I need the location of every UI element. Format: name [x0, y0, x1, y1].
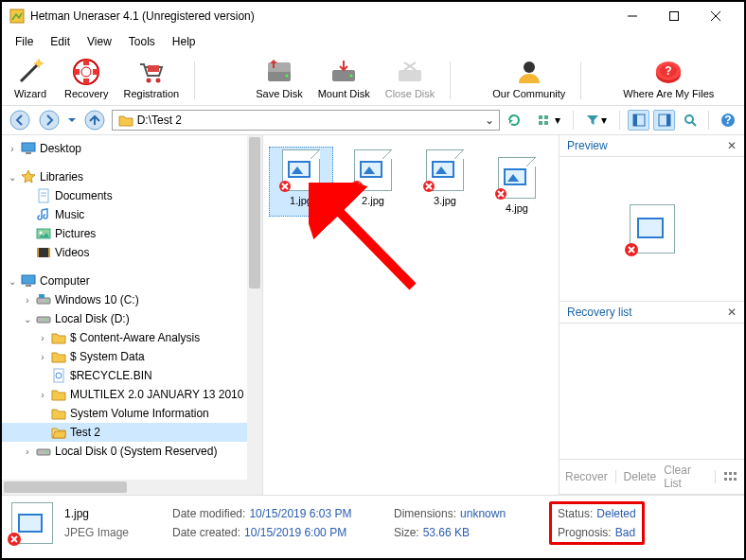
recovery-title: Recovery list [567, 306, 632, 319]
help-button-icon: ? [653, 57, 684, 87]
dimensions-label: Dimensions: [394, 507, 456, 520]
tree-music[interactable]: Music [2, 205, 248, 224]
svg-line-5 [21, 64, 38, 81]
svg-point-54 [46, 300, 48, 302]
svg-rect-49 [48, 248, 50, 257]
address-dropdown[interactable]: ⌄ [482, 114, 497, 127]
minimize-button[interactable] [612, 2, 653, 30]
file-item[interactable]: 4.jpg [485, 154, 549, 217]
recovery-close-icon[interactable]: ✕ [727, 306, 737, 319]
menu-view[interactable]: View [80, 32, 119, 51]
folder-open-icon [51, 425, 66, 440]
tree-hscrollbar[interactable] [2, 480, 247, 495]
svg-point-20 [524, 61, 535, 73]
delete-action[interactable]: Delete [624, 470, 657, 483]
menu-tools[interactable]: Tools [121, 32, 163, 51]
address-bar[interactable]: ⌄ [112, 110, 500, 131]
panel-preview-button[interactable] [653, 110, 675, 131]
menubar: File Edit View Tools Help [2, 30, 744, 53]
savedisk-button[interactable]: Save Disk [252, 57, 307, 99]
svg-rect-40 [22, 143, 35, 151]
community-button[interactable]: Our Community [488, 57, 569, 99]
recover-action[interactable]: Recover [565, 470, 608, 483]
close-button[interactable] [695, 2, 737, 30]
svg-rect-48 [37, 248, 39, 257]
mountdisk-button[interactable]: Mount Disk [314, 57, 374, 99]
panel-tree-button[interactable] [628, 110, 649, 131]
modified-value: 10/15/2019 6:03 PM [249, 507, 351, 520]
community-icon [514, 57, 544, 87]
lifebuoy-icon [71, 57, 101, 87]
tree-computer[interactable]: ⌄Computer [2, 271, 248, 290]
forward-button[interactable] [37, 109, 62, 131]
status-value: Deleted [596, 507, 635, 520]
menu-help[interactable]: Help [165, 32, 204, 51]
file-item[interactable]: 3.jpg [413, 147, 477, 217]
tree-desktop[interactable]: ›Desktop [2, 139, 248, 158]
tree-local0[interactable]: ›Local Disk 0 (System Reserved) [2, 442, 248, 461]
back-button[interactable] [8, 109, 33, 131]
recovery-button[interactable]: Recovery [61, 57, 112, 99]
created-value: 10/15/2019 6:00 PM [244, 526, 346, 539]
toolbar: Wizard Recovery Registration Save Disk M… [2, 53, 744, 106]
refresh-button[interactable] [504, 110, 525, 131]
tree-vscrollbar[interactable] [247, 135, 262, 495]
history-dropdown[interactable] [66, 109, 79, 131]
preview-close-icon[interactable]: ✕ [727, 139, 737, 152]
tree-locald[interactable]: ⌄Local Disk (D:) [2, 309, 248, 328]
tree-test2[interactable]: Test 2 [2, 423, 248, 442]
svg-rect-33 [633, 114, 637, 126]
wand-icon [15, 57, 45, 87]
wizard-label: Wizard [14, 88, 46, 99]
menu-file[interactable]: File [8, 32, 41, 51]
where-button[interactable]: ? Where Are My Files [619, 57, 718, 99]
up-button[interactable] [82, 109, 108, 131]
tree-pictures[interactable]: Pictures [2, 224, 248, 243]
filter-button[interactable]: ▾ [581, 110, 612, 131]
recycle-icon [51, 368, 66, 383]
svg-point-16 [350, 75, 353, 78]
menu-edit[interactable]: Edit [43, 32, 78, 51]
tree-sysdata[interactable]: ›$ System Data [2, 347, 248, 366]
desktop-icon [21, 141, 36, 156]
file-list: 1.jpg 2.jpg 3.jpg 4.jpg [263, 135, 560, 495]
right-panels: Preview✕ Recovery list✕ Recover Delete C… [560, 135, 744, 495]
search-button[interactable] [679, 110, 701, 131]
tree-documents[interactable]: Documents [2, 186, 248, 205]
file-item[interactable]: 2.jpg [341, 147, 405, 217]
tree-recycle[interactable]: $RECYCLE.BIN [2, 366, 248, 385]
address-input[interactable] [137, 114, 482, 127]
maximize-button[interactable] [653, 2, 695, 30]
image-file-icon [498, 157, 536, 199]
tree-caa[interactable]: ›$ Content-Aware Analysis [2, 328, 248, 347]
svg-rect-28 [539, 115, 542, 119]
svg-point-25 [10, 111, 29, 130]
navbar: ⌄ ▾ ▾ ? [2, 106, 744, 135]
svg-rect-11 [148, 65, 159, 72]
clearlist-action[interactable]: Clear List [664, 464, 707, 490]
prognosis-label: Prognosis: [558, 526, 612, 539]
where-label: Where Are My Files [623, 88, 714, 99]
tree-win10[interactable]: ›Windows 10 (C:) [2, 290, 248, 309]
size-label: Size: [394, 526, 419, 539]
toolbar-separator [194, 61, 195, 99]
wizard-button[interactable]: Wizard [8, 57, 53, 99]
file-name: 2.jpg [362, 195, 384, 206]
registration-button[interactable]: Registration [119, 57, 183, 99]
view-mode-button[interactable]: ▾ [533, 110, 565, 131]
file-item[interactable]: 1.jpg [269, 147, 333, 217]
tree-libraries[interactable]: ⌄Libraries [2, 167, 248, 186]
tree-videos[interactable]: Videos [2, 243, 248, 262]
svg-rect-41 [26, 152, 31, 154]
tree-multilex[interactable]: ›MULTILEX 2.0 JANUARY 13 2010 [2, 385, 248, 404]
help-button[interactable]: ? [717, 110, 738, 131]
svg-text:?: ? [724, 114, 731, 127]
star-icon [21, 169, 36, 184]
svg-rect-71 [729, 478, 732, 481]
svg-rect-30 [539, 121, 542, 125]
music-icon [36, 207, 51, 222]
svg-text:?: ? [666, 64, 672, 78]
svg-rect-51 [26, 285, 31, 287]
tree-svi[interactable]: System Volume Information [2, 404, 248, 423]
options-icon[interactable] [723, 471, 738, 482]
